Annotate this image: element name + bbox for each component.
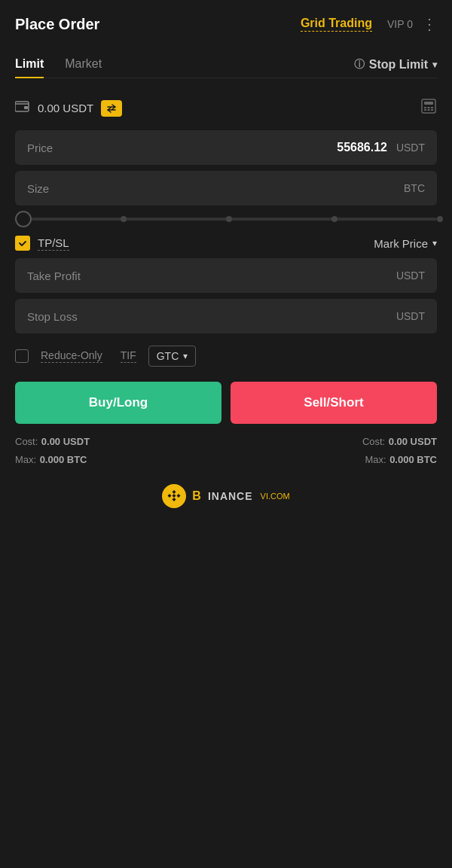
buy-cost: Cost: 0.00 USDT <box>15 434 90 448</box>
buy-max-label: Max: <box>15 454 36 465</box>
slider-track[interactable] <box>15 218 437 221</box>
buy-cost-value: 0.00 USDT <box>41 436 90 447</box>
sell-cost-label: Cost: <box>362 436 385 447</box>
size-input-row: Size BTC <box>15 171 437 206</box>
header: Place Order Grid Trading VIP 0 ⋮ <box>15 15 437 33</box>
transfer-button[interactable] <box>101 100 122 117</box>
svg-rect-3 <box>424 102 433 105</box>
balance-amount: 0.00 USDT <box>38 102 93 114</box>
max-row: Max: 0.000 BTC Max: 0.000 BTC <box>15 452 437 466</box>
calculator-icon[interactable] <box>420 98 437 118</box>
info-icon: ⓘ <box>354 58 365 72</box>
take-profit-right: USDT <box>283 269 425 282</box>
tpsl-label: TP/SL <box>38 236 69 251</box>
buy-max-value: 0.000 BTC <box>40 454 87 465</box>
tab-stop-limit[interactable]: ⓘ Stop Limit ▾ <box>354 52 437 78</box>
price-unit: USDT <box>395 142 425 154</box>
chevron-down-icon: ▾ <box>432 238 437 248</box>
more-icon[interactable]: ⋮ <box>422 15 437 33</box>
chevron-down-icon: ▾ <box>183 351 188 361</box>
price-input[interactable] <box>282 141 387 154</box>
binance-text: B <box>192 489 202 503</box>
sell-max-value: 0.000 BTC <box>389 454 437 465</box>
inance-text: INANCE <box>208 490 253 502</box>
gtc-select[interactable]: GTC ▾ <box>148 346 197 367</box>
slider-thumb[interactable] <box>15 211 32 227</box>
svg-rect-8 <box>428 109 430 111</box>
buy-max: Max: 0.000 BTC <box>15 452 87 466</box>
stop-loss-label: Stop Loss <box>27 310 78 323</box>
price-right: USDT <box>282 141 425 154</box>
svg-rect-5 <box>428 107 430 108</box>
sell-max: Max: 0.000 BTC <box>365 452 438 466</box>
options-row: Reduce-Only TIF GTC ▾ <box>15 346 437 367</box>
vip-badge: VIP 0 <box>387 18 413 30</box>
slider-dot-50 <box>226 216 232 222</box>
balance-left: 0.00 USDT <box>15 100 122 117</box>
take-profit-row: Take Profit USDT <box>15 258 437 293</box>
gtc-text: GTC <box>157 350 179 362</box>
header-right: Grid Trading VIP 0 ⋮ <box>301 15 437 33</box>
sell-cost: Cost: 0.00 USDT <box>362 434 437 448</box>
page-title: Place Order <box>15 16 99 33</box>
chevron-down-icon: ▾ <box>432 59 437 70</box>
price-label: Price <box>27 142 53 154</box>
footer: B INANCE VI.COM <box>15 484 437 508</box>
tab-market[interactable]: Market <box>65 51 102 78</box>
reduce-only-checkbox[interactable] <box>15 349 29 363</box>
size-right: BTC <box>282 181 425 195</box>
mark-price-text: Mark Price <box>374 237 428 250</box>
slider-dot-25 <box>121 216 127 222</box>
buy-long-button[interactable]: Buy/Long <box>15 382 221 424</box>
stop-loss-input[interactable] <box>283 309 389 323</box>
size-unit: BTC <box>395 182 425 194</box>
size-input[interactable] <box>282 181 387 195</box>
tab-limit[interactable]: Limit <box>15 51 44 78</box>
order-type-tabs: Limit Market ⓘ Stop Limit ▾ <box>15 51 437 78</box>
price-input-row: Price USDT <box>15 130 437 165</box>
size-label: Size <box>27 182 49 195</box>
take-profit-unit: USDT <box>396 270 425 282</box>
slider-row[interactable] <box>15 218 437 221</box>
tpsl-left: TP/SL <box>15 236 69 251</box>
cost-row: Cost: 0.00 USDT Cost: 0.00 USDT <box>15 434 437 448</box>
stop-loss-row: Stop Loss USDT <box>15 299 437 333</box>
slider-dot-75 <box>331 216 337 222</box>
svg-rect-1 <box>24 106 28 109</box>
sell-cost-value: 0.00 USDT <box>389 436 437 447</box>
slider-dot-100 <box>437 216 443 222</box>
stop-loss-right: USDT <box>283 309 425 323</box>
grid-trading-link[interactable]: Grid Trading <box>301 17 372 32</box>
tpsl-checkbox[interactable] <box>15 236 30 251</box>
sell-short-button[interactable]: Sell/Short <box>231 382 437 424</box>
tpsl-row: TP/SL Mark Price ▾ <box>15 236 437 251</box>
tif-label: TIF <box>121 349 136 363</box>
svg-rect-4 <box>424 107 426 108</box>
stop-limit-label: Stop Limit <box>369 58 428 72</box>
balance-row: 0.00 USDT <box>15 95 437 121</box>
vi-text: VI.COM <box>261 492 290 501</box>
buy-cost-label: Cost: <box>15 436 38 447</box>
take-profit-input[interactable] <box>283 269 389 282</box>
sell-max-label: Max: <box>365 454 386 465</box>
svg-rect-2 <box>422 99 435 113</box>
binance-logo <box>162 484 186 508</box>
stop-loss-unit: USDT <box>396 310 425 322</box>
action-buttons: Buy/Long Sell/Short <box>15 382 437 424</box>
mark-price-selector[interactable]: Mark Price ▾ <box>374 237 437 250</box>
svg-rect-6 <box>431 107 433 108</box>
svg-rect-7 <box>424 109 426 111</box>
svg-rect-9 <box>431 109 433 111</box>
reduce-only-label: Reduce-Only <box>41 349 102 363</box>
take-profit-label: Take Profit <box>27 270 81 282</box>
wallet-icon <box>15 100 30 116</box>
